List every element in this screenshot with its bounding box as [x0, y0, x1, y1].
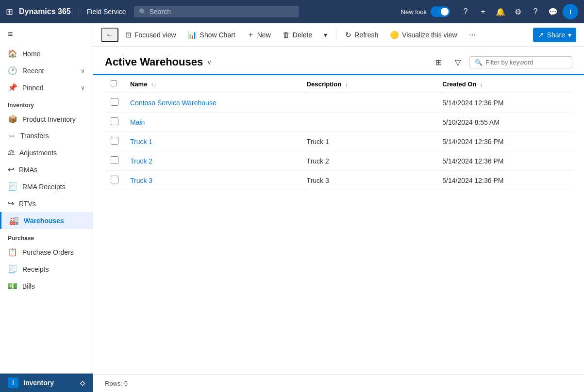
footer-pin-icon[interactable]: ◇ [80, 379, 85, 387]
visualize-button[interactable]: 🟡 Visualize this view [385, 28, 462, 42]
row-count: Rows: 5 [105, 380, 128, 387]
sidebar-item-rmas[interactable]: ↩ RMAs [0, 161, 93, 178]
filter-input[interactable] [485, 59, 567, 66]
row-name-link-0[interactable]: Contoso Service Warehouse [130, 99, 217, 107]
delete-button[interactable]: 🗑 Delete [278, 28, 317, 42]
row-name-2[interactable]: Truck 1 [124, 132, 301, 151]
columns-button[interactable]: ⊞ [431, 54, 446, 70]
sidebar-item-adjustments[interactable]: ⚖ Adjustments [0, 144, 93, 161]
sidebar-warehouses-label: Warehouses [24, 217, 64, 225]
row-checkbox-0[interactable] [111, 98, 118, 106]
table-body: Contoso Service Warehouse 5/14/2024 12:3… [105, 93, 572, 190]
row-name-link-3[interactable]: Truck 2 [130, 157, 152, 165]
chat-icon[interactable]: 💬 [545, 4, 561, 19]
sidebar-item-bills[interactable]: 💵 Bills [0, 278, 93, 294]
sidebar-footer-inventory[interactable]: I Inventory ◇ [0, 373, 93, 392]
warehouse-table: Name ↑↓ Description ↓ Created On ↓ [105, 75, 572, 190]
sidebar-footer-label: Inventory [23, 379, 54, 387]
sidebar-item-product-inventory[interactable]: 📦 Product Inventory [0, 111, 93, 128]
view-header-actions: ⊞ ▽ 🔍 [431, 54, 572, 70]
row-created-0: 5/14/2024 12:36 PM [436, 93, 572, 113]
bills-icon: 💵 [8, 281, 17, 291]
row-checkbox-cell[interactable] [105, 171, 124, 190]
main-content: ← ⊡ Focused view 📊 Show Chart ＋ New 🗑 De… [93, 23, 584, 392]
view-header: Active Warehouses ∨ ⊞ ▽ 🔍 [93, 47, 584, 75]
view-title-chevron[interactable]: ∨ [207, 58, 212, 66]
row-created-2: 5/14/2024 12:36 PM [436, 132, 572, 151]
sidebar-item-receipts[interactable]: 🧾 Receipts [0, 261, 93, 278]
sidebar-item-rtvs[interactable]: ↪ RTVs [0, 195, 93, 212]
back-button[interactable]: ← [101, 28, 118, 42]
row-checkbox-cell[interactable] [105, 93, 124, 113]
col-header-description[interactable]: Description ↓ [301, 75, 437, 93]
sidebar-item-home[interactable]: 🏠 Home [0, 45, 93, 62]
row-checkbox-4[interactable] [111, 176, 118, 183]
toolbar-separator [336, 29, 336, 41]
search-input[interactable] [150, 8, 294, 16]
table-footer: Rows: 5 [93, 375, 584, 392]
row-checkbox-3[interactable] [111, 156, 118, 164]
filter-icon: ▽ [455, 58, 461, 67]
select-all-header[interactable] [105, 75, 124, 93]
sidebar-item-transfers[interactable]: ↔ Transfers [0, 128, 93, 144]
new-look-toggle[interactable] [431, 6, 450, 17]
sidebar-item-purchase-orders[interactable]: 📋 Purchase Orders [0, 244, 93, 261]
question-icon[interactable]: ? [528, 4, 543, 19]
row-name-1[interactable]: Main [124, 113, 301, 132]
row-checkbox-cell[interactable] [105, 132, 124, 151]
filter-button[interactable]: ▽ [450, 54, 466, 70]
help-icon[interactable]: ? [458, 4, 473, 19]
search-box[interactable]: 🔍 [134, 6, 299, 17]
sidebar-item-rma-receipts[interactable]: 🧾 RMA Receipts [0, 178, 93, 195]
grid-icon[interactable]: ⊞ [6, 6, 13, 17]
col-header-name[interactable]: Name ↑↓ [124, 75, 301, 93]
filter-input-wrap: 🔍 [469, 56, 572, 68]
row-name-0[interactable]: Contoso Service Warehouse [124, 93, 301, 113]
focused-view-button[interactable]: ⊡ Focused view [120, 28, 181, 42]
bell-icon[interactable]: 🔔 [493, 4, 508, 19]
row-name-3[interactable]: Truck 2 [124, 151, 301, 171]
plus-icon[interactable]: + [475, 4, 491, 19]
filter-search-icon: 🔍 [475, 59, 483, 66]
sidebar-item-pinned[interactable]: 📌 Pinned ∨ [0, 79, 93, 96]
show-chart-button[interactable]: 📊 Show Chart [183, 28, 240, 42]
sidebar-item-recent[interactable]: 🕐 Recent ∨ [0, 62, 93, 79]
settings-icon[interactable]: ⚙ [510, 4, 526, 19]
more-button[interactable]: ⋯ [464, 28, 481, 42]
row-desc-1 [301, 113, 437, 132]
sidebar-toggle[interactable]: ≡ [0, 23, 93, 45]
sidebar-rmas-label: RMAs [19, 166, 37, 174]
sidebar-recent-label: Recent [22, 67, 44, 75]
brand-label: Dynamics 365 [19, 7, 71, 16]
select-all-checkbox[interactable] [111, 80, 117, 86]
row-checkbox-2[interactable] [111, 137, 118, 145]
table-row: Truck 2 Truck 2 5/14/2024 12:36 PM [105, 151, 572, 171]
sidebar: ≡ 🏠 Home 🕐 Recent ∨ 📌 Pinned ∨ Inventory… [0, 23, 93, 392]
view-title-row: Active Warehouses ∨ ⊞ ▽ 🔍 [105, 54, 572, 70]
refresh-button[interactable]: ↻ Refresh [340, 28, 383, 42]
sidebar-rma-receipts-label: RMA Receipts [22, 183, 66, 191]
new-button[interactable]: ＋ New [242, 27, 276, 42]
row-checkbox-cell[interactable] [105, 113, 124, 132]
row-name-link-1[interactable]: Main [130, 118, 145, 126]
table-header-row: Name ↑↓ Description ↓ Created On ↓ [105, 75, 572, 93]
col-header-created-on[interactable]: Created On ↓ [436, 75, 572, 93]
sidebar-item-warehouses[interactable]: 🏭 Warehouses [0, 212, 93, 229]
row-name-link-4[interactable]: Truck 3 [130, 177, 152, 184]
share-icon: ↗ [538, 31, 544, 39]
row-checkbox-cell[interactable] [105, 151, 124, 171]
app-name-label: Field Service [87, 8, 126, 16]
row-name-4[interactable]: Truck 3 [124, 171, 301, 190]
purchase-orders-icon: 📋 [8, 247, 17, 257]
sidebar-product-inventory-label: Product Inventory [22, 115, 76, 123]
share-button[interactable]: ↗ Share ▾ [533, 28, 576, 42]
visualize-icon: 🟡 [390, 31, 399, 39]
rma-receipts-icon: 🧾 [8, 182, 17, 191]
receipts-icon: 🧾 [8, 264, 17, 274]
sidebar-purchase-orders-label: Purchase Orders [22, 248, 74, 256]
row-checkbox-1[interactable] [111, 117, 118, 125]
row-desc-2: Truck 1 [301, 132, 437, 151]
row-name-link-2[interactable]: Truck 1 [130, 138, 152, 146]
dropdown-button[interactable]: ▾ [319, 28, 332, 42]
avatar[interactable]: I [563, 4, 578, 19]
